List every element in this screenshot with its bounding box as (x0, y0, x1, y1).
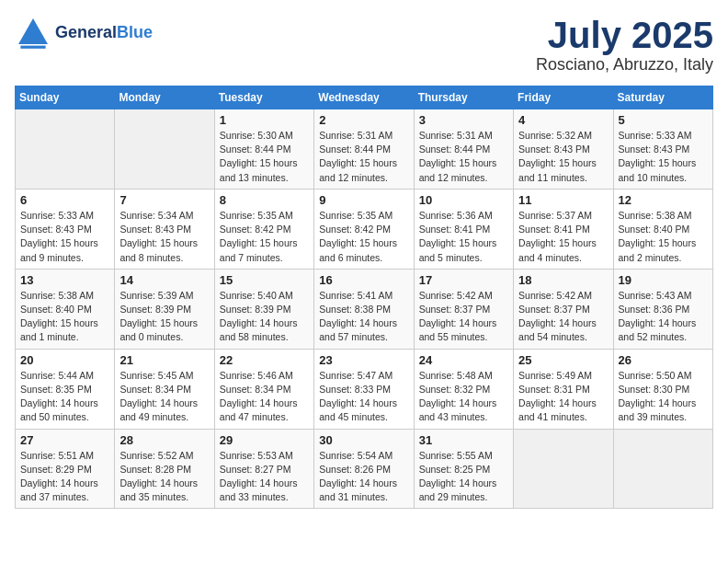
day-info: Sunrise: 5:39 AMSunset: 8:39 PMDaylight:… (119, 289, 209, 345)
month-title: July 2025 (536, 15, 713, 55)
day-info: Sunrise: 5:47 AMSunset: 8:33 PMDaylight:… (319, 369, 408, 425)
calendar-week-row: 1Sunrise: 5:30 AMSunset: 8:44 PMDaylight… (16, 109, 713, 190)
day-info: Sunrise: 5:53 AMSunset: 8:27 PMDaylight:… (220, 449, 309, 505)
day-number: 13 (20, 273, 109, 287)
table-row (613, 429, 712, 509)
calendar-header-row: Sunday Monday Tuesday Wednesday Thursday… (16, 86, 713, 109)
table-row: 18Sunrise: 5:42 AMSunset: 8:37 PMDayligh… (514, 269, 613, 349)
table-row: 8Sunrise: 5:35 AMSunset: 8:42 PMDaylight… (214, 189, 313, 269)
day-number: 28 (119, 433, 209, 447)
location-title: Rosciano, Abruzzo, Italy (536, 55, 713, 75)
day-number: 18 (518, 273, 608, 287)
day-number: 9 (319, 193, 408, 207)
table-row: 1Sunrise: 5:30 AMSunset: 8:44 PMDaylight… (214, 109, 313, 190)
day-number: 31 (419, 433, 508, 447)
table-row: 28Sunrise: 5:52 AMSunset: 8:28 PMDayligh… (115, 429, 214, 509)
col-wednesday: Wednesday (314, 86, 414, 109)
day-info: Sunrise: 5:55 AMSunset: 8:25 PMDaylight:… (419, 449, 508, 505)
day-info: Sunrise: 5:31 AMSunset: 8:44 PMDaylight:… (419, 129, 508, 185)
day-info: Sunrise: 5:49 AMSunset: 8:31 PMDaylight:… (518, 369, 608, 425)
table-row: 21Sunrise: 5:45 AMSunset: 8:34 PMDayligh… (115, 349, 214, 429)
logo-brand: GeneralBlue (55, 24, 153, 42)
day-info: Sunrise: 5:33 AMSunset: 8:43 PMDaylight:… (619, 129, 708, 185)
col-thursday: Thursday (414, 86, 513, 109)
table-row: 5Sunrise: 5:33 AMSunset: 8:43 PMDaylight… (613, 109, 712, 190)
day-info: Sunrise: 5:33 AMSunset: 8:43 PMDaylight:… (20, 209, 109, 265)
table-row: 16Sunrise: 5:41 AMSunset: 8:38 PMDayligh… (314, 269, 414, 349)
day-info: Sunrise: 5:38 AMSunset: 8:40 PMDaylight:… (619, 209, 708, 265)
calendar-week-row: 13Sunrise: 5:38 AMSunset: 8:40 PMDayligh… (16, 269, 713, 349)
day-number: 17 (419, 273, 508, 287)
svg-marker-0 (18, 18, 48, 44)
table-row: 13Sunrise: 5:38 AMSunset: 8:40 PMDayligh… (16, 269, 115, 349)
table-row (514, 429, 613, 509)
page-header: GeneralBlue July 2025 Rosciano, Abruzzo,… (15, 15, 713, 75)
day-info: Sunrise: 5:30 AMSunset: 8:44 PMDaylight:… (220, 129, 309, 185)
day-info: Sunrise: 5:51 AMSunset: 8:29 PMDaylight:… (20, 449, 109, 505)
day-info: Sunrise: 5:42 AMSunset: 8:37 PMDaylight:… (419, 289, 508, 345)
day-number: 7 (119, 193, 209, 207)
table-row: 15Sunrise: 5:40 AMSunset: 8:39 PMDayligh… (214, 269, 313, 349)
day-info: Sunrise: 5:54 AMSunset: 8:26 PMDaylight:… (319, 449, 408, 505)
col-tuesday: Tuesday (214, 86, 313, 109)
svg-rect-1 (20, 46, 45, 49)
table-row: 25Sunrise: 5:49 AMSunset: 8:31 PMDayligh… (514, 349, 613, 429)
day-number: 29 (220, 433, 309, 447)
day-info: Sunrise: 5:35 AMSunset: 8:42 PMDaylight:… (220, 209, 309, 265)
day-info: Sunrise: 5:50 AMSunset: 8:30 PMDaylight:… (619, 369, 708, 425)
calendar-week-row: 27Sunrise: 5:51 AMSunset: 8:29 PMDayligh… (16, 429, 713, 509)
day-number: 20 (20, 353, 109, 367)
table-row: 30Sunrise: 5:54 AMSunset: 8:26 PMDayligh… (314, 429, 414, 509)
day-info: Sunrise: 5:31 AMSunset: 8:44 PMDaylight:… (319, 129, 408, 185)
logo: GeneralBlue (15, 15, 153, 52)
table-row: 27Sunrise: 5:51 AMSunset: 8:29 PMDayligh… (16, 429, 115, 509)
day-info: Sunrise: 5:40 AMSunset: 8:39 PMDaylight:… (220, 289, 309, 345)
day-number: 23 (319, 353, 408, 367)
day-info: Sunrise: 5:43 AMSunset: 8:36 PMDaylight:… (619, 289, 708, 345)
logo-general-text: GeneralBlue (55, 24, 153, 42)
table-row: 3Sunrise: 5:31 AMSunset: 8:44 PMDaylight… (414, 109, 513, 190)
day-info: Sunrise: 5:44 AMSunset: 8:35 PMDaylight:… (20, 369, 109, 425)
day-number: 10 (419, 193, 508, 207)
day-info: Sunrise: 5:37 AMSunset: 8:41 PMDaylight:… (518, 209, 608, 265)
day-number: 24 (419, 353, 508, 367)
day-number: 2 (319, 113, 408, 127)
col-monday: Monday (115, 86, 214, 109)
day-number: 16 (319, 273, 408, 287)
day-number: 8 (220, 193, 309, 207)
table-row: 31Sunrise: 5:55 AMSunset: 8:25 PMDayligh… (414, 429, 513, 509)
table-row: 12Sunrise: 5:38 AMSunset: 8:40 PMDayligh… (613, 189, 712, 269)
table-row: 14Sunrise: 5:39 AMSunset: 8:39 PMDayligh… (115, 269, 214, 349)
day-info: Sunrise: 5:41 AMSunset: 8:38 PMDaylight:… (319, 289, 408, 345)
table-row: 4Sunrise: 5:32 AMSunset: 8:43 PMDaylight… (514, 109, 613, 190)
col-friday: Friday (514, 86, 613, 109)
col-sunday: Sunday (16, 86, 115, 109)
table-row (16, 109, 115, 190)
table-row: 17Sunrise: 5:42 AMSunset: 8:37 PMDayligh… (414, 269, 513, 349)
table-row: 24Sunrise: 5:48 AMSunset: 8:32 PMDayligh… (414, 349, 513, 429)
table-row: 11Sunrise: 5:37 AMSunset: 8:41 PMDayligh… (514, 189, 613, 269)
col-saturday: Saturday (613, 86, 712, 109)
table-row: 22Sunrise: 5:46 AMSunset: 8:34 PMDayligh… (214, 349, 313, 429)
day-number: 12 (619, 193, 708, 207)
day-number: 11 (518, 193, 608, 207)
table-row: 29Sunrise: 5:53 AMSunset: 8:27 PMDayligh… (214, 429, 313, 509)
day-number: 6 (20, 193, 109, 207)
day-info: Sunrise: 5:32 AMSunset: 8:43 PMDaylight:… (518, 129, 608, 185)
table-row (115, 109, 214, 190)
table-row: 6Sunrise: 5:33 AMSunset: 8:43 PMDaylight… (16, 189, 115, 269)
day-info: Sunrise: 5:48 AMSunset: 8:32 PMDaylight:… (419, 369, 508, 425)
table-row: 10Sunrise: 5:36 AMSunset: 8:41 PMDayligh… (414, 189, 513, 269)
logo-icon (15, 15, 51, 52)
day-number: 25 (518, 353, 608, 367)
day-info: Sunrise: 5:46 AMSunset: 8:34 PMDaylight:… (220, 369, 309, 425)
day-number: 5 (619, 113, 708, 127)
title-section: July 2025 Rosciano, Abruzzo, Italy (536, 15, 713, 75)
table-row: 19Sunrise: 5:43 AMSunset: 8:36 PMDayligh… (613, 269, 712, 349)
day-info: Sunrise: 5:38 AMSunset: 8:40 PMDaylight:… (20, 289, 109, 345)
day-number: 1 (220, 113, 309, 127)
day-number: 27 (20, 433, 109, 447)
day-number: 14 (119, 273, 209, 287)
day-info: Sunrise: 5:36 AMSunset: 8:41 PMDaylight:… (419, 209, 508, 265)
day-number: 22 (220, 353, 309, 367)
